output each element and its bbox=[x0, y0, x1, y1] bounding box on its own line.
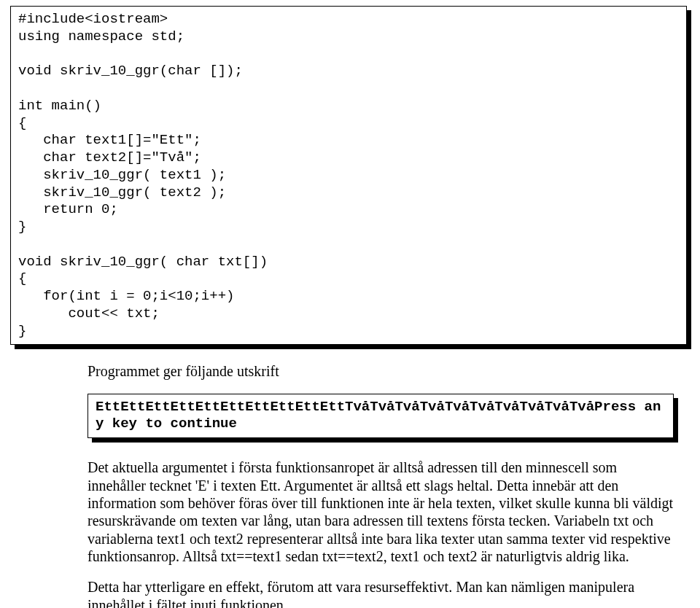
output-block-container: EttEttEttEttEttEttEttEttEttEttTvåTvåTvåT… bbox=[88, 394, 674, 439]
paragraph-1: Det aktuella argumentet i första funktio… bbox=[88, 459, 674, 565]
output-caption: Programmet ger följande utskrift bbox=[88, 362, 674, 380]
output-block: EttEttEttEttEttEttEttEttEttEttTvåTvåTvåT… bbox=[88, 394, 674, 439]
paragraph-2: Detta har ytterligare en effekt, förutom… bbox=[88, 578, 674, 608]
body-text: Det aktuella argumentet i första funktio… bbox=[88, 459, 674, 608]
code-block-container: #include<iostream> using namespace std; … bbox=[10, 6, 687, 345]
code-block: #include<iostream> using namespace std; … bbox=[10, 6, 687, 345]
